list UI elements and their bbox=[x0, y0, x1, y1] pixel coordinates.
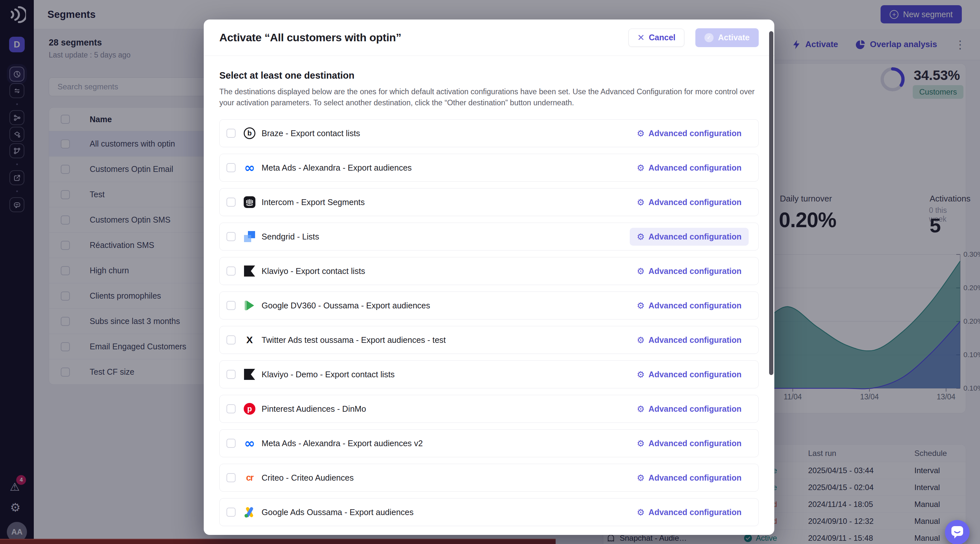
modal-body: Select at least one destination The dest… bbox=[220, 56, 759, 535]
advanced-configuration-button[interactable]: ⚙ Advanced configuration bbox=[630, 159, 749, 177]
cancel-label: Cancel bbox=[649, 33, 676, 42]
advanced-configuration-label: Advanced configuration bbox=[649, 473, 741, 483]
klaviyo-icon bbox=[242, 265, 257, 277]
destination-row: Intercom - Export Segments ⚙ Advanced co… bbox=[220, 188, 759, 216]
advanced-configuration-label: Advanced configuration bbox=[649, 439, 741, 448]
advanced-configuration-label: Advanced configuration bbox=[649, 370, 741, 379]
destination-row: ∞ Meta Ads - Alexandra - Export audience… bbox=[220, 429, 759, 457]
pinterest-icon: p bbox=[242, 403, 257, 415]
section-title: Select at least one destination bbox=[220, 70, 759, 81]
destination-checkbox[interactable] bbox=[226, 336, 235, 344]
destination-label: Twitter Ads test oussama - Export audien… bbox=[262, 336, 446, 345]
advanced-configuration-label: Advanced configuration bbox=[649, 336, 741, 345]
destination-row: X Twitter Ads test oussama - Export audi… bbox=[220, 326, 759, 354]
gear-icon: ⚙ bbox=[637, 129, 645, 138]
advanced-configuration-label: Advanced configuration bbox=[649, 301, 741, 310]
advanced-configuration-label: Advanced configuration bbox=[649, 163, 741, 173]
destination-checkbox[interactable] bbox=[226, 404, 235, 414]
destination-row: cr Criteo - Criteo Audiences ⚙ Advanced … bbox=[220, 464, 759, 492]
advanced-configuration-label: Advanced configuration bbox=[649, 232, 741, 242]
gear-icon: ⚙ bbox=[637, 164, 645, 172]
advanced-configuration-button[interactable]: ⚙ Advanced configuration bbox=[630, 124, 749, 142]
gear-icon: ⚙ bbox=[637, 405, 645, 414]
destination-label: Google Ads Oussama - Export audiences bbox=[262, 507, 414, 517]
activate-modal: Activate “All customers with optin” ✕ Ca… bbox=[204, 19, 774, 535]
check-circle-icon: ✓ bbox=[705, 33, 714, 42]
close-icon: ✕ bbox=[637, 33, 645, 42]
advanced-configuration-button[interactable]: ⚙ Advanced configuration bbox=[630, 262, 749, 280]
destination-checkbox[interactable] bbox=[226, 473, 235, 482]
destination-row: ∞ Meta Ads - Alexandra - Export audience… bbox=[220, 154, 759, 182]
destination-label: Braze - Export contact lists bbox=[262, 129, 360, 138]
destination-checkbox[interactable] bbox=[226, 439, 235, 448]
destination-label: Klaviyo - Demo - Export contact lists bbox=[262, 370, 395, 379]
cancel-button[interactable]: ✕ Cancel bbox=[628, 29, 684, 47]
destination-checkbox[interactable] bbox=[226, 163, 235, 172]
gear-icon: ⚙ bbox=[637, 474, 645, 482]
meta-icon: ∞ bbox=[242, 162, 257, 173]
destination-row: b Braze - Export contact lists ⚙ Advance… bbox=[220, 119, 759, 147]
advanced-configuration-button[interactable]: ⚙ Advanced configuration bbox=[630, 228, 749, 246]
gear-icon: ⚙ bbox=[637, 301, 645, 310]
google-ads-icon bbox=[242, 506, 257, 518]
modal-title: Activate “All customers with optin” bbox=[220, 31, 401, 44]
modal-header: Activate “All customers with optin” ✕ Ca… bbox=[204, 19, 774, 56]
dv360-icon bbox=[242, 300, 257, 311]
destination-label: Meta Ads - Alexandra - Export audiences … bbox=[262, 439, 423, 448]
gear-icon: ⚙ bbox=[637, 198, 645, 207]
criteo-icon: cr bbox=[242, 473, 257, 483]
destination-row: Google DV360 - Oussama - Export audience… bbox=[220, 291, 759, 320]
gear-icon: ⚙ bbox=[637, 439, 645, 448]
destination-label: Meta Ads - Alexandra - Export audiences bbox=[262, 163, 412, 173]
advanced-configuration-label: Advanced configuration bbox=[649, 197, 741, 207]
klaviyo-icon bbox=[242, 369, 257, 380]
activate-label: Activate bbox=[718, 33, 749, 42]
activate-button[interactable]: ✓ Activate bbox=[695, 28, 759, 47]
advanced-configuration-button[interactable]: ⚙ Advanced configuration bbox=[630, 366, 749, 383]
destination-checkbox[interactable] bbox=[226, 129, 235, 138]
destination-checkbox[interactable] bbox=[226, 232, 235, 241]
modal-scrollbar[interactable] bbox=[769, 31, 773, 375]
advanced-configuration-label: Advanced configuration bbox=[649, 404, 741, 414]
gear-icon: ⚙ bbox=[637, 336, 645, 344]
gear-icon: ⚙ bbox=[637, 267, 645, 275]
section-description: The destinations displayed below are the… bbox=[220, 86, 756, 108]
destination-row: Google Ads Oussama - Export audiences ⚙ … bbox=[220, 498, 759, 526]
destination-label: Criteo - Criteo Audiences bbox=[262, 473, 353, 483]
destination-label: Google DV360 - Oussama - Export audience… bbox=[262, 301, 430, 310]
destination-label: Pinterest Audiences - DinMo bbox=[262, 404, 366, 414]
destination-label: Sendgrid - Lists bbox=[262, 232, 319, 242]
destination-label: Klaviyo - Export contact lists bbox=[262, 266, 365, 276]
intercom-icon bbox=[242, 196, 257, 208]
advanced-configuration-button[interactable]: ⚙ Advanced configuration bbox=[630, 469, 749, 487]
destination-row: Sendgrid - Lists ⚙ Advanced configuratio… bbox=[220, 223, 759, 251]
advanced-configuration-button[interactable]: ⚙ Advanced configuration bbox=[630, 331, 749, 349]
advanced-configuration-button[interactable]: ⚙ Advanced configuration bbox=[630, 193, 749, 211]
destination-row: Klaviyo - Demo - Export contact lists ⚙ … bbox=[220, 360, 759, 388]
advanced-configuration-label: Advanced configuration bbox=[649, 266, 741, 276]
gear-icon: ⚙ bbox=[637, 508, 645, 517]
destination-checkbox[interactable] bbox=[226, 507, 235, 517]
destination-checkbox[interactable] bbox=[226, 301, 235, 310]
braze-icon: b bbox=[242, 127, 257, 139]
destination-checkbox[interactable] bbox=[226, 266, 235, 275]
chat-launcher-button[interactable] bbox=[945, 520, 970, 544]
destination-label: Intercom - Export Segments bbox=[262, 197, 364, 207]
advanced-configuration-button[interactable]: ⚙ Advanced configuration bbox=[630, 297, 749, 315]
x-icon: X bbox=[242, 334, 257, 345]
advanced-configuration-button[interactable]: ⚙ Advanced configuration bbox=[630, 400, 749, 418]
advanced-configuration-button[interactable]: ⚙ Advanced configuration bbox=[630, 503, 749, 521]
gear-icon: ⚙ bbox=[637, 370, 645, 379]
destination-checkbox[interactable] bbox=[226, 370, 235, 379]
meta-icon: ∞ bbox=[242, 438, 257, 449]
advanced-configuration-label: Advanced configuration bbox=[649, 129, 741, 138]
gear-icon: ⚙ bbox=[637, 232, 645, 241]
sendgrid-icon bbox=[242, 231, 257, 242]
destination-row: Klaviyo - Export contact lists ⚙ Advance… bbox=[220, 257, 759, 285]
advanced-configuration-button[interactable]: ⚙ Advanced configuration bbox=[630, 434, 749, 452]
destination-row: p Pinterest Audiences - DinMo ⚙ Advanced… bbox=[220, 395, 759, 423]
advanced-configuration-label: Advanced configuration bbox=[649, 507, 741, 517]
chat-bubble-icon bbox=[951, 526, 963, 539]
destination-checkbox[interactable] bbox=[226, 197, 235, 207]
